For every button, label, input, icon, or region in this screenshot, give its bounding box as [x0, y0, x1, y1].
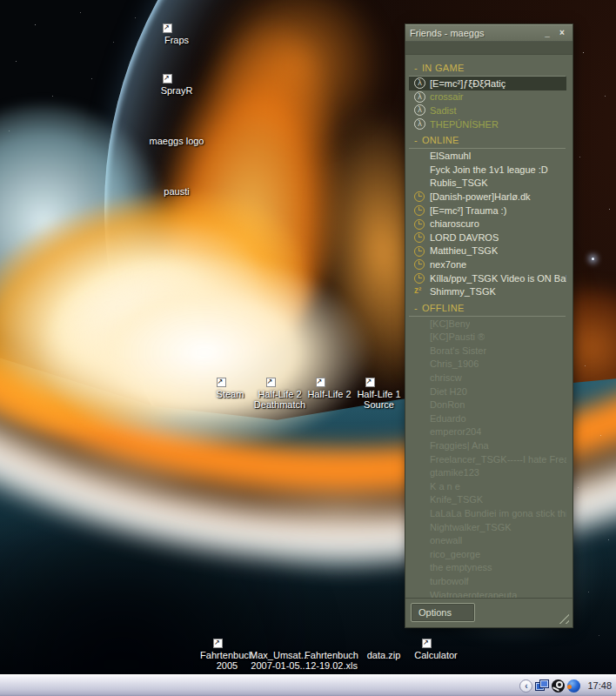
friend-row[interactable]: emperor204 [409, 425, 566, 439]
desktop-icon-label: Fraps [144, 35, 210, 45]
friend-status-icon [413, 535, 425, 546]
friend-row[interactable]: Borat's Sister [409, 344, 566, 358]
section-header-in-game[interactable]: - IN GAME [409, 63, 566, 77]
friend-row[interactable]: THEPÚNÍSHER [409, 117, 566, 131]
desktop-icon[interactable]: Fahrtenbuch 2005 [202, 619, 252, 671]
friend-row[interactable]: Eduardo [409, 412, 566, 425]
friend-row[interactable]: nex7one [409, 258, 566, 271]
minimize-button[interactable]: _ [541, 28, 553, 39]
desktop-icon[interactable]: Half-Life 2 Deathmatch [256, 358, 304, 410]
friend-row[interactable]: chriscw [409, 371, 566, 385]
friend-status-icon [413, 521, 425, 532]
hidden-icons-chevron-icon[interactable]: ‹ [519, 679, 532, 693]
section-header-offline[interactable]: - OFFLINE [409, 303, 566, 317]
window-title: Friends - maeggs [410, 28, 539, 38]
friend-row[interactable]: Nightwalker_TSGK [409, 520, 566, 534]
network-icon[interactable] [535, 679, 549, 692]
friend-status-icon [413, 562, 425, 573]
resize-grip[interactable] [557, 612, 569, 624]
friend-row[interactable]: [KC]Beny [409, 317, 566, 331]
friend-row[interactable]: the emptyness [409, 561, 566, 575]
friend-row[interactable]: turbowolf [409, 574, 566, 588]
friend-status-icon [413, 508, 425, 519]
friend-name: Borat's Sister [430, 345, 486, 356]
friend-status-icon [413, 345, 425, 356]
friend-row[interactable]: [E=mc²] Trauma :) [409, 204, 566, 218]
collapse-icon[interactable]: - [414, 63, 418, 74]
friend-name: onewall [430, 535, 462, 545]
friend-row[interactable]: Shimmy_TSGK [409, 284, 566, 298]
desktop-icon[interactable]: SprayR [145, 54, 208, 103]
taskbar-clock[interactable]: 17:48 [587, 680, 612, 691]
friend-name: Nightwalker_TSGK [430, 522, 512, 532]
friend-row[interactable]: chiaroscuro [409, 217, 566, 231]
friend-row[interactable]: Knife_TSGK [409, 493, 566, 507]
taskbar[interactable]: ‹ 17:48 [0, 674, 616, 696]
friend-status-icon [413, 272, 425, 284]
friend-name: chriscw [430, 372, 462, 383]
friend-status-icon [413, 548, 425, 559]
friend-status-icon [413, 204, 425, 216]
friend-row[interactable]: gtamike123 [409, 465, 566, 479]
desktop-icon[interactable]: Fahrtenbuch 12-19.02.xls [306, 619, 357, 671]
friend-name: the emptyness [430, 562, 492, 572]
friend-name: Fyck Join the 1v1 league :D [430, 164, 548, 175]
friend-row[interactable]: crossair [409, 90, 566, 104]
desktop-icon[interactable]: pausti [145, 155, 208, 204]
friend-status-icon [413, 286, 425, 298]
desktop-icon[interactable]: data.zip [358, 619, 409, 671]
desktop-icon-art [162, 54, 191, 84]
friend-row[interactable]: Wiatroaeroterapeuta [409, 588, 566, 598]
options-button[interactable]: Options [411, 603, 475, 622]
desktop-icon[interactable]: Half-Life 1 Source [355, 358, 403, 410]
friend-status-icon [413, 104, 425, 116]
shortcut-arrow-icon [316, 378, 325, 387]
friend-row[interactable]: Diet H20 [409, 385, 566, 398]
desktop-icon[interactable]: Fraps [145, 3, 208, 52]
desktop-icon[interactable]: Max_Umsat... 2007-01-05... [254, 619, 305, 671]
desktop-icon-label: pausti [144, 186, 210, 197]
friend-row[interactable]: [E=mc²]ƒξÐξЯatiç [409, 77, 566, 90]
friend-status-icon [413, 258, 425, 270]
friend-name: Matthieu_TSGK [430, 245, 498, 256]
close-button[interactable]: × [556, 28, 568, 39]
friend-row[interactable]: LORD DAVROS [409, 231, 566, 244]
friend-row[interactable]: DonRon [409, 398, 566, 412]
friend-row[interactable]: Kílla/ppv_TSGK Video is ON Baby 4 real !… [409, 271, 566, 285]
friend-name: LORD DAVROS [430, 232, 499, 243]
friends-window-titlebar[interactable]: Friends - maeggs _ × [405, 24, 572, 42]
friend-name: Diet H20 [430, 386, 467, 397]
friend-row[interactable]: ElSamuhl [409, 149, 566, 163]
wallpaper-star [592, 258, 594, 260]
friend-row[interactable]: onewall [409, 533, 566, 547]
friend-row[interactable]: Freelancer_TSGK-----I hate Freaking POSE… [409, 452, 566, 466]
shortcut-arrow-icon [422, 639, 432, 648]
friend-row[interactable]: Rublis_TSGK [409, 177, 566, 191]
friends-window: Friends - maeggs _ × - IN GAME [E=mc²]ƒξ… [405, 23, 573, 628]
friends-window-footer: Options [405, 598, 572, 627]
offline-rows: [KC]Beny [KC]Pausti ® Borat's Sister [405, 317, 572, 598]
blue-orb-tray-icon[interactable] [567, 679, 580, 693]
desktop-icon-label: Calculator [403, 650, 469, 660]
desktop-icon[interactable]: maeggs logo [145, 104, 208, 153]
friend-row[interactable]: Fraggies| Ana [409, 438, 566, 452]
friend-row[interactable]: rico_george [409, 547, 566, 561]
friend-row[interactable]: Sadist [409, 104, 566, 117]
friend-name: gtamike123 [430, 467, 479, 478]
friend-row[interactable]: Fyck Join the 1v1 league :D [409, 163, 566, 177]
steam-tray-icon[interactable] [552, 679, 565, 693]
friend-row[interactable]: [KC]Pausti ® [409, 331, 566, 345]
friend-row[interactable]: Chris_1906 [409, 358, 566, 371]
section-header-online[interactable]: - ONLINE [409, 135, 566, 149]
friend-row[interactable]: K a n e [409, 479, 566, 493]
friend-row[interactable]: [Danish-power]Harlø.dk [409, 190, 566, 204]
collapse-icon[interactable]: - [414, 135, 418, 146]
collapse-icon[interactable]: - [414, 303, 418, 314]
desktop-icon-art [162, 155, 191, 184]
friend-name: rico_george [430, 549, 480, 559]
friend-name: Freelancer_TSGK-----I hate Freaking POSE… [430, 454, 566, 465]
friend-row[interactable]: Matthieu_TSGK [409, 244, 566, 258]
friend-row[interactable]: LaLaLa Bundiei im gona stick this way, L… [409, 506, 566, 520]
friend-status-icon [413, 331, 425, 343]
friend-status-icon [413, 245, 425, 257]
